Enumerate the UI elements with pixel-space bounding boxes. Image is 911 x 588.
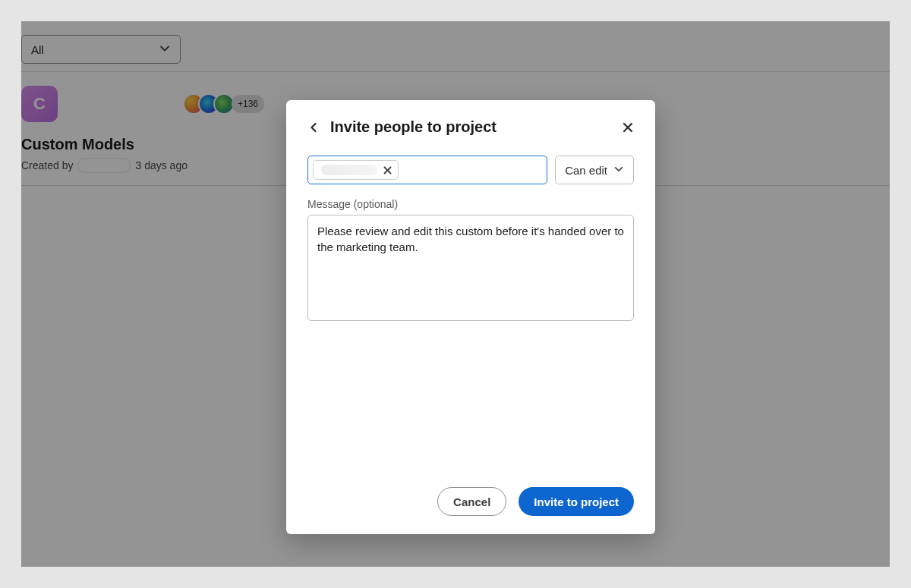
message-label: Message (optional) <box>307 198 634 210</box>
close-icon[interactable] <box>622 121 634 134</box>
invite-modal: Invite people to project Can edit <box>286 100 655 534</box>
invite-button[interactable]: Invite to project <box>519 487 634 516</box>
back-icon[interactable] <box>307 121 320 134</box>
modal-title: Invite people to project <box>330 118 611 136</box>
chevron-down-icon <box>613 164 624 177</box>
invitee-name-redacted <box>321 165 377 175</box>
invitee-chip <box>313 160 399 180</box>
permission-label: Can edit <box>565 164 607 177</box>
remove-chip-icon[interactable] <box>383 166 392 175</box>
message-textarea[interactable] <box>307 215 634 321</box>
invitees-input[interactable] <box>307 156 547 184</box>
cancel-button[interactable]: Cancel <box>437 487 506 516</box>
permission-dropdown[interactable]: Can edit <box>555 156 634 184</box>
